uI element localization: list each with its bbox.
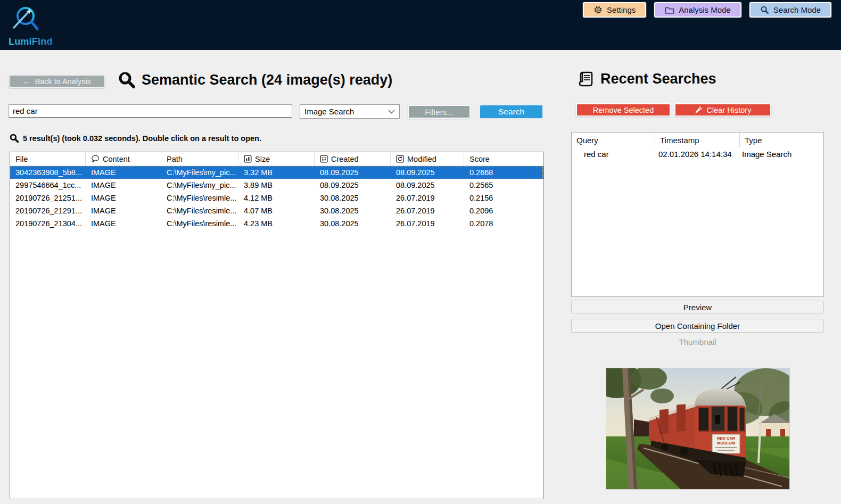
col-score-label: Score xyxy=(469,155,490,163)
column-header-query[interactable]: Query xyxy=(572,133,655,147)
search-button-label: Search xyxy=(498,107,524,117)
cell-file: 20190726_21291... xyxy=(10,204,86,217)
column-header-timestamp[interactable]: Timestamp xyxy=(655,133,740,147)
results-table: File Content Path Size xyxy=(10,152,544,499)
column-header-score[interactable]: Score xyxy=(464,152,543,166)
result-row[interactable]: 3042363908_5b8... IMAGE C:\MyFiles\my_pi… xyxy=(10,166,543,179)
cell-path: C:\MyFiles\resimle... xyxy=(161,192,238,204)
recent-search-row[interactable]: red car 02.01.2026 14:14:34 Image Search xyxy=(572,147,823,160)
cell-size: 3.32 MB xyxy=(238,166,315,179)
cell-size: 4.07 MB xyxy=(238,204,315,217)
scroll-icon xyxy=(578,70,593,88)
calendar-icon xyxy=(320,155,328,163)
logo-text: LumiFind xyxy=(9,36,59,47)
settings-label: Settings xyxy=(607,5,636,14)
cell-type: Image Search xyxy=(740,147,823,160)
preview-button[interactable]: Preview xyxy=(571,301,824,313)
column-header-file[interactable]: File xyxy=(10,152,86,166)
column-header-created[interactable]: Created xyxy=(315,152,391,166)
cell-content: IMAGE xyxy=(86,192,161,204)
sign-text-line1: RED CAR xyxy=(717,436,736,441)
app-logo: LumiFind xyxy=(7,4,59,47)
analysis-mode-label: Analysis Mode xyxy=(679,5,731,14)
result-row[interactable]: 20190726_21251... IMAGE C:\MyFiles\resim… xyxy=(10,192,543,204)
clear-history-label: Clear History xyxy=(707,106,752,114)
cell-modified: 08.09.2025 xyxy=(391,179,464,192)
search-mode-label: Search Mode xyxy=(773,5,821,14)
result-row[interactable]: 20190726_21291... IMAGE C:\MyFiles\resim… xyxy=(10,204,543,217)
cell-path: C:\MyFiles\my_pic... xyxy=(161,166,238,179)
search-query-input[interactable] xyxy=(9,104,292,118)
search-mode-button[interactable]: Search Mode xyxy=(749,2,831,18)
cell-created: 30.08.2025 xyxy=(315,192,391,204)
result-row[interactable]: 2997546664_1cc... IMAGE C:\MyFiles\my_pi… xyxy=(10,179,543,192)
col-created-label: Created xyxy=(331,155,359,163)
chevron-down-icon xyxy=(388,110,395,114)
open-containing-folder-label: Open Containing Folder xyxy=(655,321,740,331)
col-timestamp-label: Timestamp xyxy=(660,136,699,145)
cell-created: 08.09.2025 xyxy=(315,166,391,179)
recent-searches-table: Query Timestamp Type red car 02.01.2026 … xyxy=(571,132,824,297)
lumifind-logo-icon xyxy=(7,4,43,35)
cell-timestamp: 02.01.2026 14:14:34 xyxy=(655,147,740,160)
column-header-content[interactable]: Content xyxy=(86,152,161,166)
result-row[interactable]: 20190726_21304... IMAGE C:\MyFiles\resim… xyxy=(10,217,543,230)
search-button[interactable]: Search xyxy=(480,105,543,119)
col-type-label: Type xyxy=(745,136,762,145)
search-type-dropdown[interactable]: Image Search xyxy=(300,104,400,119)
thumbnail-label: Thumbnail xyxy=(571,337,824,346)
column-header-size[interactable]: Size xyxy=(238,152,315,166)
column-header-type[interactable]: Type xyxy=(740,133,823,147)
thumbnail-image[interactable]: RED CAR MUSEUM xyxy=(606,368,790,490)
search-title-icon xyxy=(118,71,135,88)
back-arrow-icon: ← xyxy=(23,77,31,86)
col-modified-label: Modified xyxy=(407,155,436,163)
cell-query: red car xyxy=(572,147,655,160)
cell-created: 08.09.2025 xyxy=(315,179,391,192)
cell-file: 3042363908_5b8... xyxy=(10,166,86,179)
analysis-mode-button[interactable]: Analysis Mode xyxy=(654,2,741,18)
remove-selected-button[interactable]: Remove Selected xyxy=(576,103,671,117)
cell-path: C:\MyFiles\resimle... xyxy=(161,204,238,217)
open-containing-folder-button[interactable]: Open Containing Folder xyxy=(571,319,824,333)
cell-size: 4.12 MB xyxy=(238,192,315,204)
cell-content: IMAGE xyxy=(86,204,161,217)
cell-content: IMAGE xyxy=(86,179,161,192)
results-summary: 5 result(s) (took 0.032 seconds). Double… xyxy=(10,134,261,143)
cell-score: 0.2565 xyxy=(464,179,543,192)
filters-label: Filters... xyxy=(425,108,453,117)
brush-icon xyxy=(695,106,703,114)
col-path-label: Path xyxy=(167,155,183,163)
column-header-path[interactable]: Path xyxy=(161,152,238,166)
settings-button[interactable]: Settings xyxy=(583,2,646,18)
cell-size: 4.23 MB xyxy=(238,217,315,230)
cell-created: 30.08.2025 xyxy=(315,204,391,217)
filters-button[interactable]: Filters... xyxy=(408,105,471,119)
clear-history-button[interactable]: Clear History xyxy=(674,103,771,117)
preview-label: Preview xyxy=(683,303,712,312)
gear-icon xyxy=(593,5,603,14)
cell-modified: 08.09.2025 xyxy=(391,166,464,179)
cell-modified: 26.07.2019 xyxy=(391,204,464,217)
page-title: Semantic Search (24 image(s) ready) xyxy=(118,71,392,88)
recent-searches-title-text: Recent Searches xyxy=(600,71,716,87)
cell-score: 0.2078 xyxy=(464,217,543,230)
cell-file: 20190726_21304... xyxy=(10,217,86,230)
cell-content: IMAGE xyxy=(86,217,161,230)
red-trolley-photo: RED CAR MUSEUM xyxy=(606,368,789,489)
cell-size: 3.89 MB xyxy=(238,179,315,192)
search-icon xyxy=(760,5,769,14)
mode-switcher: Settings Analysis Mode Search Mode xyxy=(583,2,831,18)
remove-selected-label: Remove Selected xyxy=(593,106,654,114)
speech-bubble-icon xyxy=(91,155,100,163)
results-table-header: File Content Path Size xyxy=(10,152,543,166)
bar-chart-icon xyxy=(244,155,252,163)
cell-score: 0.2096 xyxy=(464,204,543,217)
col-content-label: Content xyxy=(103,155,130,163)
cell-file: 20190726_21251... xyxy=(10,192,86,204)
cell-path: C:\MyFiles\resimle... xyxy=(161,217,238,230)
column-header-modified[interactable]: Modified xyxy=(391,152,464,166)
cell-score: 0.2156 xyxy=(464,192,543,204)
history-icon xyxy=(396,155,404,163)
back-to-analysis-button[interactable]: ← Back to Analysis xyxy=(9,75,105,88)
